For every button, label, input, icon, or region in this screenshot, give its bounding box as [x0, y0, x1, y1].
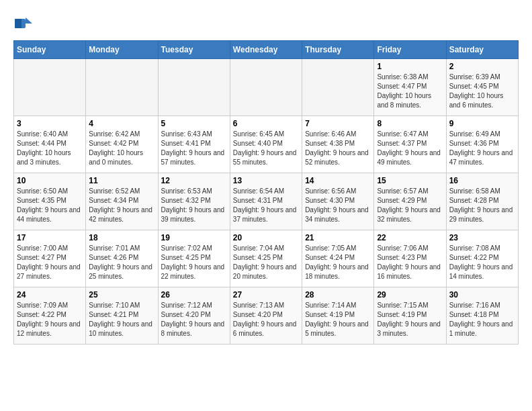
day-cell: 15Sunrise: 6:57 AM Sunset: 4:29 PM Dayli… — [374, 173, 446, 230]
day-cell: 16Sunrise: 6:58 AM Sunset: 4:28 PM Dayli… — [446, 173, 518, 230]
day-number: 10 — [17, 176, 83, 185]
day-info: Sunrise: 6:40 AM Sunset: 4:44 PM Dayligh… — [17, 130, 83, 167]
day-cell: 22Sunrise: 7:06 AM Sunset: 4:23 PM Dayli… — [374, 230, 446, 287]
day-number: 21 — [305, 233, 371, 242]
day-number: 18 — [89, 233, 154, 242]
day-info: Sunrise: 7:14 AM Sunset: 4:19 PM Dayligh… — [305, 301, 371, 338]
day-number: 27 — [233, 290, 299, 300]
day-info: Sunrise: 6:38 AM Sunset: 4:47 PM Dayligh… — [377, 73, 443, 110]
week-row-2: 3Sunrise: 6:40 AM Sunset: 4:44 PM Daylig… — [14, 116, 519, 173]
day-cell: 26Sunrise: 7:12 AM Sunset: 4:20 PM Dayli… — [158, 287, 230, 345]
day-number: 1 — [377, 62, 443, 71]
day-info: Sunrise: 6:45 AM Sunset: 4:40 PM Dayligh… — [233, 130, 299, 167]
day-info: Sunrise: 7:06 AM Sunset: 4:23 PM Dayligh… — [377, 244, 443, 281]
week-row-3: 10Sunrise: 6:50 AM Sunset: 4:35 PM Dayli… — [14, 173, 519, 230]
day-number: 2 — [449, 62, 515, 71]
day-number: 4 — [89, 119, 154, 128]
header-thursday: Thursday — [302, 41, 374, 59]
day-cell: 17Sunrise: 7:00 AM Sunset: 4:27 PM Dayli… — [14, 230, 86, 287]
day-info: Sunrise: 6:58 AM Sunset: 4:28 PM Dayligh… — [449, 187, 515, 224]
day-cell: 11Sunrise: 6:52 AM Sunset: 4:34 PM Dayli… — [86, 173, 158, 230]
day-number: 28 — [305, 290, 371, 300]
day-cell: 2Sunrise: 6:39 AM Sunset: 4:45 PM Daylig… — [446, 59, 518, 116]
day-info: Sunrise: 6:43 AM Sunset: 4:41 PM Dayligh… — [161, 130, 227, 167]
day-cell: 27Sunrise: 7:13 AM Sunset: 4:20 PM Dayli… — [230, 287, 302, 345]
header-wednesday: Wednesday — [230, 41, 302, 59]
day-number: 30 — [449, 290, 515, 300]
day-cell: 19Sunrise: 7:02 AM Sunset: 4:25 PM Dayli… — [158, 230, 230, 287]
day-cell: 25Sunrise: 7:10 AM Sunset: 4:21 PM Dayli… — [86, 287, 158, 345]
day-info: Sunrise: 7:12 AM Sunset: 4:20 PM Dayligh… — [161, 301, 227, 338]
day-info: Sunrise: 6:49 AM Sunset: 4:36 PM Dayligh… — [449, 130, 515, 167]
day-info: Sunrise: 7:04 AM Sunset: 4:25 PM Dayligh… — [233, 244, 299, 281]
day-info: Sunrise: 6:42 AM Sunset: 4:42 PM Dayligh… — [89, 130, 154, 167]
day-info: Sunrise: 7:15 AM Sunset: 4:19 PM Dayligh… — [377, 301, 443, 338]
day-info: Sunrise: 7:01 AM Sunset: 4:26 PM Dayligh… — [89, 244, 154, 281]
day-cell: 30Sunrise: 7:16 AM Sunset: 4:18 PM Dayli… — [446, 287, 518, 345]
day-cell — [230, 59, 302, 116]
header-sunday: Sunday — [14, 41, 86, 59]
day-cell: 10Sunrise: 6:50 AM Sunset: 4:35 PM Dayli… — [14, 173, 86, 230]
day-number: 22 — [377, 233, 443, 242]
day-cell: 14Sunrise: 6:56 AM Sunset: 4:30 PM Dayli… — [302, 173, 374, 230]
day-cell: 1Sunrise: 6:38 AM Sunset: 4:47 PM Daylig… — [374, 59, 446, 116]
day-info: Sunrise: 7:10 AM Sunset: 4:21 PM Dayligh… — [89, 301, 154, 338]
day-cell: 6Sunrise: 6:45 AM Sunset: 4:40 PM Daylig… — [230, 116, 302, 173]
day-info: Sunrise: 7:13 AM Sunset: 4:20 PM Dayligh… — [233, 301, 299, 338]
week-row-1: 1Sunrise: 6:38 AM Sunset: 4:47 PM Daylig… — [14, 59, 519, 116]
day-number: 24 — [17, 290, 83, 300]
header-monday: Monday — [86, 41, 158, 59]
day-info: Sunrise: 7:00 AM Sunset: 4:27 PM Dayligh… — [17, 244, 83, 281]
week-row-4: 17Sunrise: 7:00 AM Sunset: 4:27 PM Dayli… — [14, 230, 519, 287]
day-cell — [158, 59, 230, 116]
day-number: 12 — [161, 176, 227, 185]
day-info: Sunrise: 6:53 AM Sunset: 4:32 PM Dayligh… — [161, 187, 227, 224]
day-number: 15 — [377, 176, 443, 185]
day-info: Sunrise: 7:05 AM Sunset: 4:24 PM Dayligh… — [305, 244, 371, 281]
day-info: Sunrise: 7:08 AM Sunset: 4:22 PM Dayligh… — [449, 244, 515, 281]
day-cell: 20Sunrise: 7:04 AM Sunset: 4:25 PM Dayli… — [230, 230, 302, 287]
day-info: Sunrise: 6:39 AM Sunset: 4:45 PM Dayligh… — [449, 73, 515, 110]
day-cell: 5Sunrise: 6:43 AM Sunset: 4:41 PM Daylig… — [158, 116, 230, 173]
day-cell: 24Sunrise: 7:09 AM Sunset: 4:22 PM Dayli… — [14, 287, 86, 345]
day-cell: 29Sunrise: 7:15 AM Sunset: 4:19 PM Dayli… — [374, 287, 446, 345]
calendar-header-row: SundayMondayTuesdayWednesdayThursdayFrid… — [14, 41, 519, 59]
logo-icon — [13, 13, 34, 34]
day-cell — [86, 59, 158, 116]
day-info: Sunrise: 7:16 AM Sunset: 4:18 PM Dayligh… — [449, 301, 515, 338]
day-number: 29 — [377, 290, 443, 300]
day-number: 13 — [233, 176, 299, 185]
day-info: Sunrise: 6:46 AM Sunset: 4:38 PM Dayligh… — [305, 130, 371, 167]
header-tuesday: Tuesday — [158, 41, 230, 59]
day-number: 25 — [89, 290, 154, 300]
day-info: Sunrise: 6:56 AM Sunset: 4:30 PM Dayligh… — [305, 187, 371, 224]
day-info: Sunrise: 6:50 AM Sunset: 4:35 PM Dayligh… — [17, 187, 83, 224]
day-cell: 13Sunrise: 6:54 AM Sunset: 4:31 PM Dayli… — [230, 173, 302, 230]
day-number: 19 — [161, 233, 227, 242]
day-info: Sunrise: 7:02 AM Sunset: 4:25 PM Dayligh… — [161, 244, 227, 281]
day-cell: 9Sunrise: 6:49 AM Sunset: 4:36 PM Daylig… — [446, 116, 518, 173]
day-info: Sunrise: 7:09 AM Sunset: 4:22 PM Dayligh… — [17, 301, 83, 338]
day-number: 14 — [305, 176, 371, 185]
day-cell: 8Sunrise: 6:47 AM Sunset: 4:37 PM Daylig… — [374, 116, 446, 173]
day-cell: 18Sunrise: 7:01 AM Sunset: 4:26 PM Dayli… — [86, 230, 158, 287]
header-friday: Friday — [374, 41, 446, 59]
day-number: 5 — [161, 119, 227, 128]
day-cell — [302, 59, 374, 116]
day-cell: 12Sunrise: 6:53 AM Sunset: 4:32 PM Dayli… — [158, 173, 230, 230]
day-number: 6 — [233, 119, 299, 128]
day-cell — [14, 59, 86, 116]
day-cell: 3Sunrise: 6:40 AM Sunset: 4:44 PM Daylig… — [14, 116, 86, 173]
day-cell: 28Sunrise: 7:14 AM Sunset: 4:19 PM Dayli… — [302, 287, 374, 345]
day-number: 3 — [17, 119, 83, 128]
day-info: Sunrise: 6:57 AM Sunset: 4:29 PM Dayligh… — [377, 187, 443, 224]
day-number: 16 — [449, 176, 515, 185]
header-saturday: Saturday — [446, 41, 518, 59]
day-number: 26 — [161, 290, 227, 300]
day-cell: 23Sunrise: 7:08 AM Sunset: 4:22 PM Dayli… — [446, 230, 518, 287]
svg-marker-1 — [26, 17, 32, 24]
header — [13, 13, 519, 34]
logo — [13, 13, 36, 34]
day-number: 23 — [449, 233, 515, 242]
day-cell: 21Sunrise: 7:05 AM Sunset: 4:24 PM Dayli… — [302, 230, 374, 287]
